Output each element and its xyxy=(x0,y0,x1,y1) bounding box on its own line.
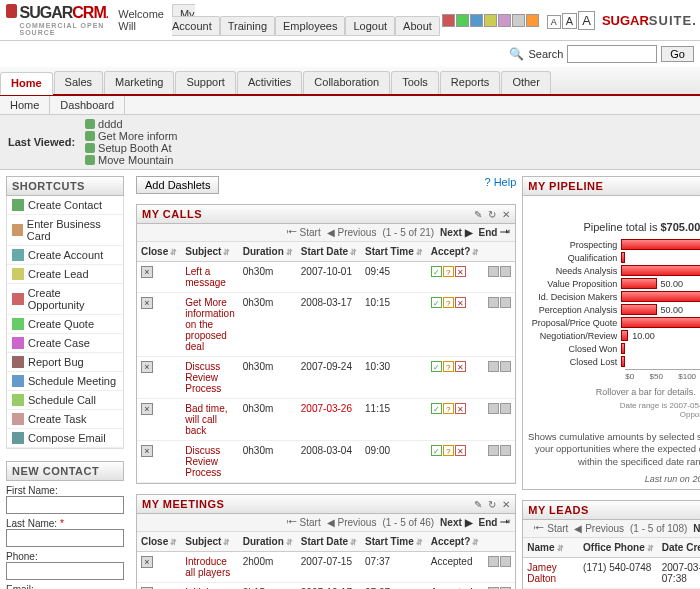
shortcut-create-lead[interactable]: Create Lead xyxy=(7,265,123,284)
pager-prev[interactable]: ◀ Previous xyxy=(327,227,377,238)
col-close[interactable]: Close⇵ xyxy=(137,532,181,552)
last-viewed-item[interactable]: Move Mountain xyxy=(85,154,177,166)
col-startdate[interactable]: Start Date⇵ xyxy=(297,532,361,552)
chart-bar-row[interactable]: Closed Lost xyxy=(529,356,700,367)
subtab-dashboard[interactable]: Dashboard xyxy=(50,96,125,114)
accept-icon[interactable]: ✓ xyxy=(431,445,442,456)
chart-bar[interactable] xyxy=(621,330,628,341)
subject-link[interactable]: Discuss Review Process xyxy=(185,445,221,478)
chart-bar-row[interactable]: Id. Decision Makers195.00 xyxy=(529,291,700,302)
chart-bar[interactable] xyxy=(621,317,700,328)
last-viewed-item[interactable]: Setup Booth At xyxy=(85,142,177,154)
view-row-icon[interactable] xyxy=(500,556,511,567)
chart-bar[interactable] xyxy=(621,343,625,354)
decline-icon[interactable]: ✕ xyxy=(455,445,466,456)
pager-prev[interactable]: ◀ Previous xyxy=(574,523,624,534)
col-duration[interactable]: Duration⇵ xyxy=(239,242,297,262)
view-row-icon[interactable] xyxy=(500,403,511,414)
close-icon[interactable]: ✕ xyxy=(502,499,510,510)
theme-swatch[interactable] xyxy=(526,14,539,27)
chart-bar-row[interactable]: Value Proposition50.00 xyxy=(529,278,700,289)
lead-name-link[interactable]: Jamey Dalton xyxy=(527,562,556,584)
chart-bar[interactable] xyxy=(621,291,700,302)
close-icon[interactable]: ✕ xyxy=(502,209,510,220)
edit-row-icon[interactable] xyxy=(488,361,499,372)
last-viewed-item[interactable]: dddd xyxy=(85,118,177,130)
chart-bar[interactable] xyxy=(621,304,656,315)
help-link[interactable]: ? Help xyxy=(484,176,516,188)
add-dashlets-button[interactable]: Add Dashlets xyxy=(136,176,219,194)
phone-input[interactable] xyxy=(6,562,124,580)
last-name-input[interactable] xyxy=(6,529,124,547)
accept-icon[interactable]: ✓ xyxy=(431,403,442,414)
pager-start[interactable]: ⭰ Start xyxy=(534,523,568,534)
pager-start[interactable]: ⭰ Start xyxy=(287,227,321,238)
chart-bar[interactable] xyxy=(621,356,625,367)
theme-swatch[interactable] xyxy=(484,14,497,27)
chart-bar[interactable] xyxy=(621,239,700,250)
col-startdate[interactable]: Start Date⇵ xyxy=(297,242,361,262)
close-row-icon[interactable]: × xyxy=(141,266,153,278)
chart-bar-row[interactable]: Proposal/Price Quote125.00 xyxy=(529,317,700,328)
tab-collaboration[interactable]: Collaboration xyxy=(303,71,390,94)
first-name-input[interactable] xyxy=(6,496,124,514)
col-office-phone[interactable]: Office Phone⇵ xyxy=(579,538,658,558)
accept-icon[interactable]: ✓ xyxy=(431,297,442,308)
edit-icon[interactable]: ✎ xyxy=(474,499,482,510)
theme-swatches[interactable] xyxy=(442,14,539,27)
shortcut-enter-business-card[interactable]: Enter Business Card xyxy=(7,215,123,246)
col-accept[interactable]: Accept?⇵ xyxy=(427,242,483,262)
edit-row-icon[interactable] xyxy=(488,266,499,277)
shortcut-create-quote[interactable]: Create Quote xyxy=(7,315,123,334)
view-row-icon[interactable] xyxy=(500,361,511,372)
toplink-training[interactable]: Training xyxy=(220,16,275,36)
edit-icon[interactable]: ✎ xyxy=(474,209,482,220)
theme-swatch[interactable] xyxy=(498,14,511,27)
tab-marketing[interactable]: Marketing xyxy=(104,71,174,94)
tab-support[interactable]: Support xyxy=(175,71,236,94)
shortcut-schedule-meeting[interactable]: Schedule Meeting xyxy=(7,372,123,391)
toplink-about[interactable]: About xyxy=(395,16,440,36)
close-row-icon[interactable]: × xyxy=(141,297,153,309)
pager-end[interactable]: End ⭲ xyxy=(479,517,511,528)
theme-swatch[interactable] xyxy=(456,14,469,27)
chart-bar-row[interactable]: Prospecting160.00 xyxy=(529,239,700,250)
close-row-icon[interactable]: × xyxy=(141,556,153,568)
last-viewed-item[interactable]: Get More inform xyxy=(85,130,177,142)
chart-bar-row[interactable]: Qualification xyxy=(529,252,700,263)
subject-link[interactable]: Left a message xyxy=(185,266,226,288)
pager-next[interactable]: Next ▶ xyxy=(693,523,700,534)
decline-icon[interactable]: ✕ xyxy=(455,297,466,308)
tentative-icon[interactable]: ? xyxy=(443,361,454,372)
subject-link[interactable]: Discuss Review Process xyxy=(185,361,221,394)
subject-link[interactable]: Get More information on the proposed dea… xyxy=(185,297,234,352)
chart-bar-row[interactable]: Negotiation/Review10.00 xyxy=(529,330,700,341)
tab-other[interactable]: Other xyxy=(501,71,551,94)
shortcut-schedule-call[interactable]: Schedule Call xyxy=(7,391,123,410)
tab-reports[interactable]: Reports xyxy=(440,71,501,94)
shortcut-create-contact[interactable]: Create Contact xyxy=(7,196,123,215)
shortcut-compose-email[interactable]: Compose Email xyxy=(7,429,123,448)
font-size-option[interactable]: A xyxy=(562,13,577,29)
shortcut-create-account[interactable]: Create Account xyxy=(7,246,123,265)
pager-prev[interactable]: ◀ Previous xyxy=(327,517,377,528)
tentative-icon[interactable]: ? xyxy=(443,445,454,456)
col-subject[interactable]: Subject⇵ xyxy=(181,242,238,262)
tab-tools[interactable]: Tools xyxy=(391,71,439,94)
edit-row-icon[interactable] xyxy=(488,403,499,414)
close-row-icon[interactable]: × xyxy=(141,403,153,415)
chart-bar-row[interactable]: Closed Won xyxy=(529,343,700,354)
accept-icon[interactable]: ✓ xyxy=(431,266,442,277)
tab-sales[interactable]: Sales xyxy=(54,71,104,94)
refresh-icon[interactable]: ↻ xyxy=(488,209,496,220)
edit-row-icon[interactable] xyxy=(488,445,499,456)
col-accept[interactable]: Accept?⇵ xyxy=(427,532,483,552)
view-row-icon[interactable] xyxy=(500,445,511,456)
pager-next[interactable]: Next ▶ xyxy=(440,517,472,528)
pager-end[interactable]: End ⭲ xyxy=(479,227,511,238)
col-duration[interactable]: Duration⇵ xyxy=(239,532,297,552)
shortcut-create-case[interactable]: Create Case xyxy=(7,334,123,353)
theme-swatch[interactable] xyxy=(512,14,525,27)
tentative-icon[interactable]: ? xyxy=(443,297,454,308)
chart-bar[interactable] xyxy=(621,278,656,289)
